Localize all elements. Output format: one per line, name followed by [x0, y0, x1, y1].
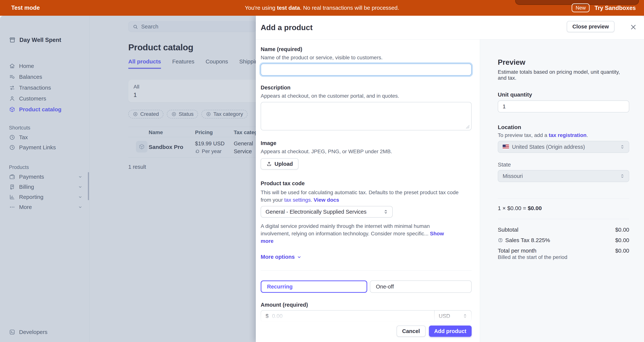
name-helper: Name of the product or service, visible … [261, 54, 472, 61]
message-prefix: You're using [245, 5, 277, 11]
us-flag-icon [503, 145, 509, 149]
tax-code-label: Product tax code [261, 180, 472, 187]
tax-code-helper: This will be used for calculating automa… [261, 189, 466, 204]
country-select[interactable]: United States (Origin address) [498, 141, 629, 153]
image-label: Image [261, 140, 472, 146]
total-row: Total per month $0.00 [498, 247, 629, 254]
upload-label: Upload [274, 161, 293, 167]
more-options-toggle[interactable]: More options [261, 254, 295, 260]
product-form: Name (required) Name of the product or s… [256, 40, 480, 342]
modal-backdrop[interactable] [0, 16, 256, 342]
description-field[interactable] [261, 102, 472, 130]
tax-code-value: General - Electronically Supplied Servic… [266, 209, 366, 215]
tax-helper-period: . [311, 197, 314, 203]
modal-title: Add a product [261, 23, 313, 32]
sales-tax-value: $0.00 [615, 237, 629, 243]
state-value: Missouri [503, 173, 523, 179]
state-select[interactable]: Missouri [498, 170, 629, 182]
total-label: Total per month [498, 247, 536, 254]
modal-header: Add a product Close preview [256, 16, 644, 40]
description-helper: Appears at checkout, on the customer por… [261, 92, 472, 100]
name-field[interactable] [261, 64, 472, 76]
one-off-option[interactable]: One-off [370, 280, 472, 293]
preview-title: Preview [498, 58, 629, 66]
preview-panel: Preview Estimate totals based on pricing… [480, 40, 644, 342]
billed-note: Billed at the start of the period [498, 254, 629, 260]
country-value: United States (Origin address) [512, 144, 585, 150]
select-chevrons-icon [383, 209, 388, 215]
cancel-button[interactable]: Cancel [396, 325, 426, 337]
info-icon[interactable] [498, 238, 503, 243]
tax-registration-link[interactable]: tax registration [549, 132, 586, 138]
try-sandboxes-button[interactable]: Try Sandboxes [594, 5, 636, 11]
location-label: Location [498, 124, 629, 130]
pricing-model-toggle: Recurring One-off [261, 280, 472, 293]
close-preview-button[interactable]: Close preview [567, 21, 614, 32]
sales-tax-label: Sales Tax 8.225% [505, 237, 550, 243]
resize-handle[interactable] [466, 125, 469, 129]
add-product-modal: Add a product Close preview Name (requir… [256, 16, 644, 342]
tax-code-select[interactable]: General - Electronically Supplied Servic… [261, 206, 393, 218]
state-label: State [498, 161, 629, 168]
recurring-option[interactable]: Recurring [261, 280, 367, 293]
amount-label: Amount (required) [261, 302, 472, 308]
upload-button[interactable]: Upload [261, 158, 298, 170]
subtotal-label: Subtotal [498, 227, 518, 233]
total-value: $0.00 [615, 247, 629, 254]
subtotal-row: Subtotal $0.00 [498, 227, 629, 233]
location-helper-suffix: . [586, 132, 588, 138]
description-label: Description [261, 85, 472, 91]
message-bold: test data [277, 5, 300, 11]
select-chevrons-icon [620, 173, 625, 179]
location-helper-text: To preview tax, add a [498, 132, 549, 138]
message-suffix: . No real transactions will be processed… [300, 5, 399, 11]
chevron-down-icon [296, 254, 302, 260]
subtotal-value: $0.00 [615, 227, 629, 233]
image-helper: Appears at checkout. JPEG, PNG, or WEBP … [261, 148, 472, 155]
unit-quantity-field[interactable] [498, 101, 629, 112]
tax-code-description: A digital service provided mainly throug… [261, 222, 455, 245]
sales-tax-row: Sales Tax 8.225% $0.00 [498, 237, 629, 243]
name-label: Name (required) [261, 46, 472, 52]
line-item-expression: 1 × $0.00 = [498, 205, 528, 211]
preview-subtitle: Estimate totals based on pricing model, … [498, 69, 629, 81]
close-icon[interactable] [630, 24, 637, 31]
tax-description-text: A digital service provided mainly throug… [261, 223, 430, 236]
add-product-button[interactable]: Add product [429, 325, 472, 337]
select-chevrons-icon [620, 144, 625, 150]
test-data-message: You're using test data. No real transact… [245, 5, 399, 11]
line-item: 1 × $0.00 = $0.00 [498, 205, 629, 211]
location-helper: To preview tax, add a tax registration. [498, 132, 629, 138]
tax-settings-link[interactable]: tax settings [284, 197, 311, 203]
unit-quantity-label: Unit quantity [498, 92, 629, 98]
new-badge: New [572, 4, 590, 12]
line-item-total: $0.00 [528, 205, 542, 211]
test-mode-banner: Test mode You're using test data. No rea… [0, 0, 644, 16]
view-docs-link[interactable]: View docs [314, 197, 339, 203]
test-mode-label: Test mode [11, 5, 40, 11]
upload-icon [266, 161, 272, 167]
modal-footer: Cancel Add product [256, 309, 480, 342]
